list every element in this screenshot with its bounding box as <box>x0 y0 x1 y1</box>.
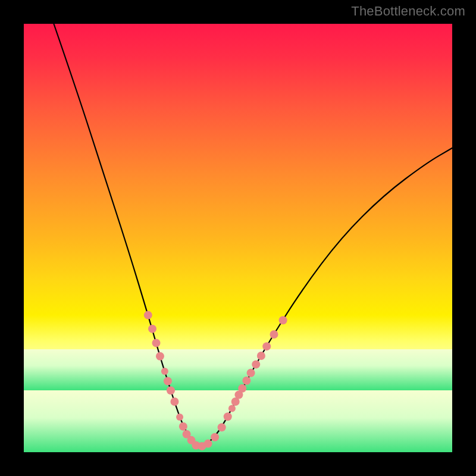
data-marker <box>161 368 168 375</box>
data-marker <box>247 369 255 377</box>
data-marker <box>224 412 232 421</box>
data-marker <box>228 405 236 412</box>
data-marker <box>167 386 175 394</box>
plot-area <box>24 24 452 452</box>
data-marker <box>238 384 246 393</box>
data-marker <box>270 330 278 339</box>
stage: TheBottleneck.com <box>0 0 476 476</box>
data-marker <box>252 360 260 368</box>
data-marker <box>242 377 250 385</box>
data-marker <box>148 325 156 333</box>
data-marker <box>144 311 152 320</box>
chart-svg <box>24 24 452 452</box>
bottleneck-curve <box>54 24 452 445</box>
attribution-label: TheBottleneck.com <box>351 4 465 19</box>
data-marker <box>218 423 226 431</box>
data-marker <box>257 352 265 360</box>
data-marker <box>179 422 187 431</box>
data-marker <box>204 440 212 448</box>
markers-group <box>144 311 287 450</box>
data-marker <box>152 339 160 347</box>
data-marker <box>170 397 178 406</box>
data-marker <box>279 316 287 324</box>
data-marker <box>211 433 219 441</box>
data-marker <box>176 414 183 421</box>
data-marker <box>156 352 164 361</box>
data-marker <box>164 377 172 385</box>
data-marker <box>262 342 271 350</box>
